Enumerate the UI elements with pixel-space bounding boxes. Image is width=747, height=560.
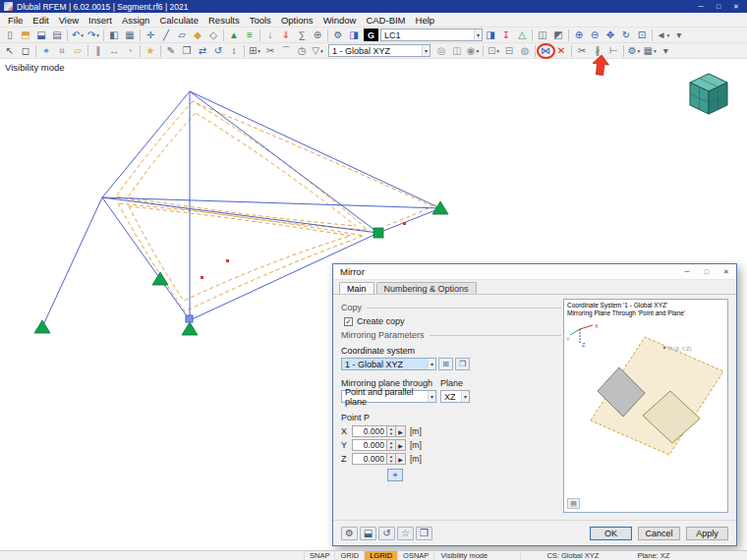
statusbar-toggle-lgrid[interactable]: LGRID <box>365 551 398 560</box>
statusbar-toggle-snap[interactable]: SNAP <box>305 551 335 560</box>
minimize-button[interactable]: ─ <box>692 0 710 13</box>
restore-defaults-button[interactable]: ↺ <box>378 527 395 540</box>
insert-member-button[interactable]: ▱ <box>175 28 190 42</box>
z-input[interactable]: 0.000 <box>352 453 387 465</box>
line-grid-button[interactable]: ⊞▾ <box>248 44 262 58</box>
line-support-button[interactable]: ≡ <box>243 28 258 42</box>
x-pick-button[interactable]: ▶ <box>396 425 406 437</box>
dialog-close-button[interactable]: ✕ <box>717 264 736 279</box>
dialog-title-bar[interactable]: Mirror ─ □ ✕ <box>333 264 736 280</box>
select-window-button[interactable]: ◻ <box>19 44 33 58</box>
maximize-button[interactable]: □ <box>710 0 727 13</box>
visibility-modes-button[interactable]: ◉▾ <box>466 44 481 58</box>
menu-tools[interactable]: Tools <box>245 14 276 27</box>
navigator-toggle-button[interactable]: ◧ <box>107 28 122 42</box>
menu-file[interactable]: File <box>3 14 28 27</box>
print-graphic-button[interactable]: ▤ <box>567 498 580 509</box>
nodal-load-button[interactable]: ↓ <box>263 28 278 42</box>
clipping-box-button[interactable]: ◫ <box>450 44 465 58</box>
coordinate-system-combo[interactable]: 1 - Global XYZ ▾ <box>328 44 431 57</box>
close-button[interactable]: ✕ <box>727 0 745 13</box>
y-pick-button[interactable]: ▶ <box>396 439 406 451</box>
spin-down-icon[interactable]: ▼ <box>387 431 395 436</box>
settings-button[interactable]: ⚙▾ <box>627 44 642 58</box>
mirror-objects-button[interactable]: ⋈ <box>539 44 553 58</box>
zoom-in-button[interactable]: ⊕ <box>572 28 587 42</box>
insert-surface-button[interactable]: ◆ <box>191 28 205 42</box>
favorites-button[interactable]: ☆ <box>397 527 414 540</box>
display-properties-button[interactable]: ◎ <box>434 44 449 58</box>
save-model-button[interactable]: ⬓ <box>34 28 49 42</box>
comment-button[interactable]: ◔ <box>123 44 138 58</box>
navigation-cube[interactable] <box>682 69 735 118</box>
tables-toggle-button[interactable]: ▦ <box>123 28 138 42</box>
show-supports-button[interactable]: △ <box>515 28 530 42</box>
section-cut-button[interactable]: ✂ <box>263 44 278 58</box>
coordinate-system-select[interactable]: 1 - Global XYZ ▾ <box>341 358 436 370</box>
chevron-down-icon[interactable]: ▾ <box>461 391 469 402</box>
model-canvas[interactable]: Visibility mode <box>0 59 747 550</box>
load-cases-button[interactable]: ∑ <box>295 28 310 42</box>
open-model-button[interactable]: ⬒ <box>19 28 33 42</box>
member-load-button[interactable]: ⇓ <box>279 28 294 42</box>
chevron-down-icon[interactable]: ▾ <box>428 391 435 402</box>
copy-objects-button[interactable]: ❐ <box>180 44 195 58</box>
snap-button[interactable]: ⌖ <box>39 44 54 58</box>
create-copy-checkbox[interactable]: ✓ <box>344 317 353 326</box>
menu-cad-bim[interactable]: CAD-BIM <box>361 14 410 27</box>
insert-line-button[interactable]: ╱ <box>159 28 174 42</box>
undo-button[interactable]: ↶▾ <box>71 28 86 42</box>
cancel-button[interactable]: Cancel <box>638 527 680 540</box>
delete-objects-button[interactable]: ✕ <box>554 44 569 58</box>
chevron-down-icon[interactable]: ▾ <box>422 45 430 56</box>
more-tools-button[interactable]: ▾ <box>659 44 673 58</box>
dialog-maximize-button[interactable]: □ <box>697 264 717 279</box>
calculate-button[interactable]: ⚙ <box>331 28 346 42</box>
combinations-button[interactable]: ⊕ <box>311 28 325 42</box>
y-input[interactable]: 0.000 <box>352 439 387 451</box>
menu-options[interactable]: Options <box>276 14 318 27</box>
print-button[interactable]: ▤ <box>50 28 65 42</box>
chevron-down-icon[interactable]: ▾ <box>428 359 435 369</box>
tab-numbering-options[interactable]: Numbering & Options <box>376 282 477 294</box>
menu-insert[interactable]: Insert <box>84 14 117 27</box>
menu-results[interactable]: Results <box>203 14 245 27</box>
dialog-settings-button[interactable]: ⚙ <box>341 527 358 540</box>
rotate-view-button[interactable]: ↻ <box>619 28 634 42</box>
insert-solid-button[interactable]: ◇ <box>206 28 221 42</box>
statusbar-toggle-osnap[interactable]: OSNAP <box>398 551 434 560</box>
nodal-support-button[interactable]: ▲ <box>227 28 242 42</box>
pan-view-button[interactable]: ✥ <box>603 28 618 42</box>
work-plane-button[interactable]: ▱ <box>71 44 86 58</box>
menu-help[interactable]: Help <box>411 14 440 27</box>
tab-main[interactable]: Main <box>339 282 374 294</box>
show-loads-button[interactable]: ↧ <box>499 28 514 42</box>
rotate-objects-button[interactable]: ↺ <box>211 44 226 58</box>
user-view-button[interactable]: ◍ <box>518 44 533 58</box>
new-model-button[interactable]: ▯ <box>3 28 18 42</box>
move-objects-button[interactable]: ⇄ <box>196 44 210 58</box>
y-spinner[interactable]: ▲▼ <box>387 439 396 451</box>
guidelines-button[interactable]: ∥ <box>91 44 106 58</box>
filter-button[interactable]: ▽▾ <box>311 44 325 58</box>
trim-lines-button[interactable]: ✂ <box>575 44 590 58</box>
x-input[interactable]: 0.000 <box>352 425 387 437</box>
visual-objects-button[interactable]: ★ <box>144 44 158 58</box>
previous-view-button[interactable]: ◄▾ <box>656 28 671 42</box>
result-tables-button[interactable]: ▦▾ <box>643 44 658 58</box>
measure-button[interactable]: ⌒ <box>279 44 294 58</box>
x-spinner[interactable]: ▲▼ <box>387 425 396 437</box>
insert-node-button[interactable]: ✛ <box>144 28 158 42</box>
grid-button[interactable]: ⌗ <box>55 44 70 58</box>
select-filter-button[interactable]: ⊡▾ <box>487 44 501 58</box>
deselect-button[interactable]: ⊟ <box>502 44 517 58</box>
zoom-extents-button[interactable]: ⊡ <box>635 28 650 42</box>
z-spinner[interactable]: ▲▼ <box>387 453 396 465</box>
ok-button[interactable]: OK <box>590 527 632 540</box>
apply-button[interactable]: Apply <box>686 527 728 540</box>
dimension-button[interactable]: ↔ <box>107 44 122 58</box>
chevron-down-icon[interactable]: ▾ <box>474 29 482 40</box>
menu-edit[interactable]: Edit <box>28 14 53 27</box>
results-button[interactable]: ◨ <box>347 28 362 42</box>
select-point-graphically-button[interactable]: ⌖ <box>387 469 403 481</box>
